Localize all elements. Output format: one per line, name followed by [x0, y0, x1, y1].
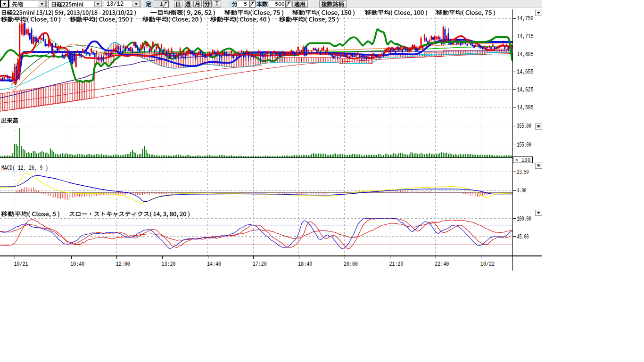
svg-text:10/21: 10/21 — [14, 261, 28, 268]
svg-text:14,715: 14,715 — [517, 33, 534, 40]
svg-text:18:40: 18:40 — [298, 261, 312, 268]
svg-text:5: 5 — [244, 1, 247, 7]
svg-text:14,655: 14,655 — [517, 68, 534, 75]
svg-text:10:40: 10:40 — [70, 261, 84, 268]
svg-text:13/12: 13/12 — [107, 1, 124, 8]
svg-text:500: 500 — [275, 1, 285, 7]
svg-text:14,750: 14,750 — [517, 15, 534, 22]
svg-text:21:20: 21:20 — [389, 261, 404, 268]
svg-text:14,685: 14,685 — [517, 51, 534, 58]
svg-text:4.00: 4.00 — [517, 187, 527, 194]
svg-text:12:00: 12:00 — [116, 261, 130, 268]
svg-text:14,595: 14,595 — [517, 104, 534, 111]
svg-text:355.00: 355.00 — [517, 123, 531, 130]
svg-text:MACD( 12, 26, 9 ): MACD( 12, 26, 9 ) — [1, 165, 48, 172]
svg-text:100.00: 100.00 — [517, 215, 531, 222]
svg-text:14,625: 14,625 — [517, 86, 534, 93]
svg-text:10/22: 10/22 — [480, 261, 495, 268]
svg-text:T: T — [215, 1, 218, 8]
svg-text:23.50: 23.50 — [517, 169, 529, 176]
svg-text:× 100: × 100 — [515, 157, 531, 163]
svg-text:17:20: 17:20 — [253, 261, 267, 268]
svg-text:14:40: 14:40 — [207, 261, 221, 268]
svg-text:13:20: 13:20 — [161, 261, 175, 268]
svg-text:20:00: 20:00 — [344, 261, 358, 268]
svg-text:1: 1 — [160, 1, 163, 7]
svg-text:155.00: 155.00 — [517, 141, 531, 148]
svg-text:22:40: 22:40 — [435, 261, 449, 268]
svg-text:45.00: 45.00 — [517, 233, 529, 240]
